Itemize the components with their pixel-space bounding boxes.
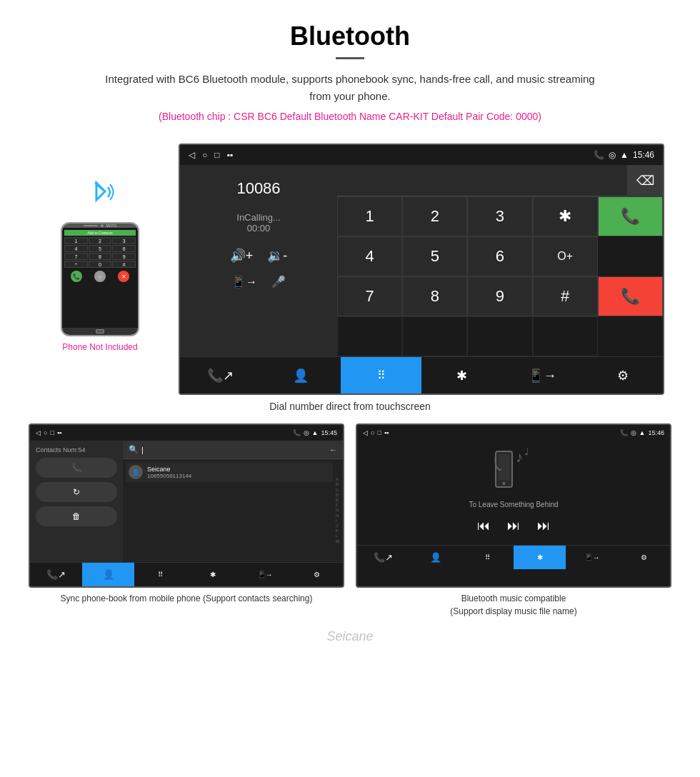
- keypad-1[interactable]: 1: [337, 196, 402, 236]
- keypad-star[interactable]: ✱: [533, 196, 598, 236]
- contacts-wifi-icon: ▲: [312, 429, 319, 436]
- home-icon: ○: [202, 150, 207, 160]
- title-divider: [336, 57, 364, 59]
- nav-contacts-button[interactable]: 👤: [261, 357, 341, 393]
- phonebook-caption: Sync phone-book from mobile phone (Suppo…: [29, 592, 344, 605]
- contacts-notif-icon: ▪▪: [57, 429, 61, 436]
- music-status-time: 15:46: [648, 429, 664, 436]
- phone-status-icon: 📞: [594, 150, 604, 160]
- android-dial-content: 10086 InCalling... 00:00 🔊+ 🔉- 📱→ 🎤 ⌫: [180, 165, 663, 356]
- contacts-loc-icon: ◎: [304, 429, 309, 436]
- keypad-9[interactable]: 9: [467, 276, 532, 316]
- contacts-back-icon: ◁: [36, 429, 41, 436]
- music-screen-block: ◁ ○ □ ▪▪ 📞 ◎ ▲ 15:46: [356, 423, 671, 618]
- keypad-2[interactable]: 2: [402, 196, 467, 236]
- music-notif-icon: ▪▪: [384, 429, 389, 436]
- volume-down-button[interactable]: 🔉-: [267, 248, 287, 264]
- music-play-pause-button[interactable]: ⏭: [507, 518, 520, 533]
- keypad-0plus[interactable]: O+: [533, 236, 598, 276]
- watermark: Seicane: [0, 625, 700, 648]
- bluetooth-wave-icon: [82, 174, 118, 216]
- backspace-button[interactable]: ⌫: [627, 165, 663, 196]
- contacts-status-left: ◁ ○ □ ▪▪: [36, 427, 61, 438]
- call-answer-button[interactable]: 📞: [598, 196, 663, 236]
- dial-input-row: ⌫: [337, 165, 663, 196]
- contacts-nav-bar: 📞↗ 👤 ⠿ ✱ 📱→ ⚙: [30, 562, 343, 586]
- contacts-nav-contacts[interactable]: 👤: [82, 563, 134, 586]
- contact-delete-button[interactable]: 🗑: [36, 506, 117, 526]
- keypad-3[interactable]: 3: [467, 196, 532, 236]
- call-timer: 00:00: [247, 223, 271, 234]
- music-song-title: To Leave Something Behind: [469, 501, 558, 508]
- contacts-nav-transfer[interactable]: 📱→: [239, 563, 291, 586]
- contacts-nav-calls[interactable]: 📞↗: [30, 563, 82, 586]
- music-phone-music-icon: ♪ ♩: [489, 448, 539, 491]
- call-end-button[interactable]: 📞: [598, 276, 663, 316]
- alphabet-index: A B C D E F G H I J K L M: [336, 459, 343, 562]
- location-icon: ◎: [609, 150, 616, 160]
- keypad-hash[interactable]: #: [533, 276, 598, 316]
- phone-not-included-label: Phone Not Included: [62, 342, 137, 352]
- music-nav-transfer[interactable]: 📱→: [566, 546, 618, 569]
- keypad-7[interactable]: 7: [337, 276, 402, 316]
- contact-call-button[interactable]: 📞: [36, 458, 117, 478]
- transfer-button[interactable]: 📱→: [231, 275, 257, 289]
- bluetooth-specs: (Bluetooth chip : CSR BC6 Default Blueto…: [14, 111, 686, 122]
- svg-rect-1: [499, 454, 509, 480]
- keypad-8[interactable]: 8: [402, 276, 467, 316]
- android-dial-screen: ◁ ○ □ ▪▪ 📞 ◎ ▲ 15:46 10086 InCalling... …: [179, 144, 664, 395]
- music-next-button[interactable]: ⏭: [537, 518, 550, 533]
- nav-bluetooth-button[interactable]: ✱: [421, 357, 502, 393]
- call-status: InCalling...: [236, 212, 280, 223]
- contacts-nav-settings[interactable]: ⚙: [291, 563, 343, 586]
- extra-controls: 📱→ 🎤: [231, 275, 286, 289]
- contacts-nav-bluetooth[interactable]: ✱: [186, 563, 239, 586]
- music-caption: Bluetooth music compatible(Support displ…: [356, 592, 671, 618]
- keypad-5[interactable]: 5: [402, 236, 467, 276]
- mute-button[interactable]: 🎤: [271, 275, 286, 289]
- nav-phone-transfer-button[interactable]: 📱→: [502, 357, 583, 393]
- nav-dialpad-button[interactable]: ⠿: [341, 357, 421, 393]
- music-nav-bluetooth[interactable]: ✱: [514, 546, 566, 569]
- contact-info: Seicane 10655059113144: [147, 466, 330, 479]
- contact-sync-button[interactable]: ↻: [36, 482, 117, 502]
- keypad-empty3: [467, 316, 532, 356]
- volume-up-button[interactable]: 🔊+: [230, 248, 254, 264]
- music-back-icon: ◁: [363, 429, 368, 436]
- page-header: Bluetooth Integrated with BC6 Bluetooth …: [0, 0, 700, 144]
- nav-settings-button[interactable]: ⚙: [582, 357, 663, 393]
- music-nav-dialpad[interactable]: ⠿: [461, 546, 514, 569]
- keypad-grid: 1 2 3 ✱ 📞 4 5 6 O+ 7 8 9 #: [337, 196, 663, 356]
- svg-point-0: [503, 482, 506, 485]
- phonebook-caption-text: Sync phone-book from mobile phone (Suppo…: [61, 593, 313, 603]
- phone-mockup-image: MOTO Add to Contacts 1 2 3 4 5 6 7 8 9 *…: [61, 222, 139, 336]
- keypad-empty1: [337, 316, 402, 356]
- contacts-count: Contacts Num:54: [36, 446, 117, 453]
- music-main-content: ♪ ♩ To Leave Something Behind ⏮ ⏭ ⏭: [357, 441, 670, 545]
- music-nav-settings[interactable]: ⚙: [618, 546, 670, 569]
- contact-avatar: 👤: [129, 465, 143, 479]
- music-wifi-icon: ▲: [639, 429, 646, 436]
- android-status-bar: ◁ ○ □ ▪▪ 📞 ◎ ▲ 15:46: [180, 145, 663, 165]
- android-nav-bar: 📞↗ 👤 ⠿ ✱ 📱→ ⚙: [180, 356, 663, 393]
- nav-calls-button[interactable]: 📞↗: [180, 357, 261, 393]
- status-icons-right: 📞 ◎ ▲ 15:46: [594, 150, 654, 160]
- keypad-4[interactable]: 4: [337, 236, 402, 276]
- music-loc-icon: ◎: [631, 429, 636, 436]
- music-prev-button[interactable]: ⏮: [477, 518, 490, 533]
- dial-caption: Dial number direct from touchscreen: [0, 401, 700, 412]
- music-nav-bar: 📞↗ 👤 ⠿ ✱ 📱→ ⚙: [357, 545, 670, 569]
- contacts-nav-dialpad[interactable]: ⠿: [134, 563, 186, 586]
- dial-input[interactable]: [337, 174, 627, 187]
- music-nav-contacts[interactable]: 👤: [409, 546, 461, 569]
- dialed-number: 10086: [236, 179, 280, 198]
- wifi-icon: ▲: [620, 150, 629, 160]
- contacts-search-backspace[interactable]: ←: [329, 446, 337, 454]
- contacts-search-icon: 🔍: [129, 445, 139, 454]
- contact-item-seicane[interactable]: 👤 Seicane 10655059113144: [126, 462, 333, 482]
- contacts-phone-icon: 📞: [293, 429, 301, 436]
- dial-left-panel: 10086 InCalling... 00:00 🔊+ 🔉- 📱→ 🎤: [180, 165, 337, 356]
- music-controls: ⏮ ⏭ ⏭: [477, 518, 550, 533]
- keypad-6[interactable]: 6: [467, 236, 532, 276]
- music-nav-calls[interactable]: 📞↗: [357, 546, 409, 569]
